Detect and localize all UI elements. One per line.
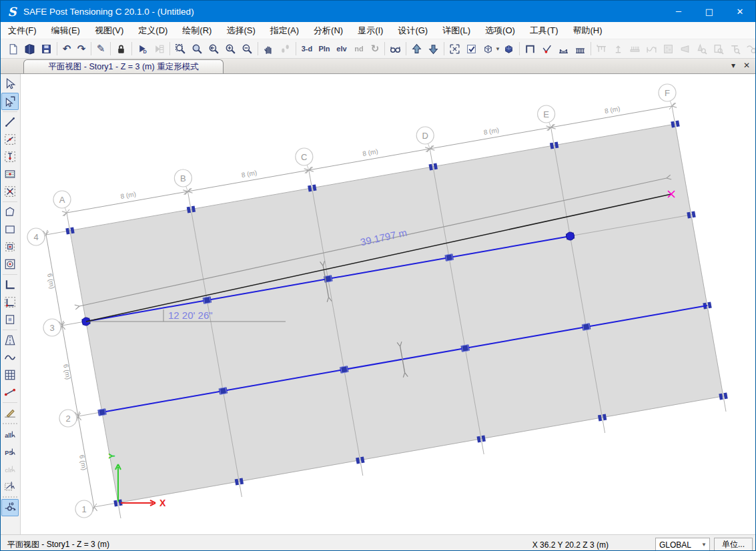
draw-panel-grid-icon[interactable] [1,366,19,384]
cone-view-icon[interactable] [693,41,710,57]
move-up-plane-icon[interactable] [408,41,425,57]
zoom-window-icon[interactable] [172,41,189,57]
pan-icon[interactable] [260,41,277,57]
view-elevation-button[interactable]: elv [333,41,350,57]
select-poly-icon[interactable] [1,478,19,495]
view-plan-button[interactable]: Pln [316,41,333,57]
menu-define[interactable]: 定义(D) [131,22,175,39]
point-load-icon[interactable] [610,41,627,57]
tendon-display-icon[interactable] [643,41,660,57]
minimize-button[interactable]: ─ [663,1,694,22]
menu-display[interactable]: 显示(I) [350,22,390,39]
draw-quick-beam-icon[interactable] [1,294,19,311]
menu-select[interactable]: 选择(S) [219,22,262,39]
clear-selection-button[interactable]: clr [1,460,19,478]
save-icon[interactable] [38,41,55,57]
menu-view[interactable]: 视图(V) [87,22,131,39]
select-ps-button[interactable]: PS [1,443,19,460]
tab-list-dropdown-icon[interactable]: ▾ [731,61,735,70]
tendon-point-marker[interactable] [99,409,105,416]
menu-assign[interactable]: 指定(A) [263,22,306,39]
frame-elevation-icon[interactable] [593,41,610,57]
draw-tendon-profile-icon[interactable] [555,41,572,57]
object-solid-view-icon[interactable] [500,41,517,57]
draw-ramp-icon[interactable] [1,404,19,422]
plan-view-drawing[interactable]: 8 (m)8 (m)8 (m)8 (m)8 (m)6 (m)6 (m)6 (m)… [21,74,755,534]
close-button[interactable]: ✕ [725,1,755,22]
cursor-coordinates: X 36.2 Y 20.2 Z 3 (m) [532,540,609,550]
units-button[interactable]: 单位... [714,538,753,551]
tendon-end-point[interactable] [566,232,575,240]
draw-polygon-area-icon[interactable] [1,203,19,221]
display-options-icon[interactable] [387,41,404,57]
new-file-icon[interactable] [5,41,21,57]
step-through-icon[interactable] [277,41,294,57]
wedge-display-icon[interactable] [677,41,693,57]
draw-tendon-wave-icon[interactable] [1,349,19,366]
draw-deck-icon[interactable] [1,165,19,183]
tendon-point-marker[interactable] [204,297,210,304]
area-display-icon[interactable] [660,41,677,57]
zoom-previous-icon[interactable] [206,41,222,57]
draw-null-line-icon[interactable] [1,183,19,200]
object-view-dropdown-icon[interactable]: ▼ [495,46,500,52]
menu-design[interactable]: 设计(G) [390,22,435,39]
tendon-point-marker[interactable] [220,388,226,394]
zoom-out-icon[interactable] [239,41,256,57]
run-analysis-icon[interactable]: D [134,41,151,57]
draw-road-icon[interactable] [1,332,19,349]
tendon-point-marker[interactable] [583,324,589,330]
draw-beam-icon[interactable] [1,276,19,294]
table-view-icon[interactable] [727,41,743,57]
snap-point-icon[interactable] [538,41,555,57]
select-all-button[interactable]: all [1,426,19,443]
section-cut-icon[interactable] [710,41,727,57]
draw-tendon-line-icon[interactable] [1,384,19,401]
zoom-full-icon[interactable] [189,41,206,57]
menu-detailing[interactable]: 详图(L) [435,22,478,39]
select-arrow-icon[interactable] [1,75,19,93]
menu-tools[interactable]: 工具(T) [522,22,566,39]
tendon-point-marker[interactable] [446,254,452,261]
menu-options[interactable]: 选项(O) [478,22,522,39]
view-nd-button[interactable]: nd [350,41,368,57]
view-3d-button[interactable]: 3-d [298,41,316,57]
object-view-cube-icon[interactable] [480,41,496,57]
zoom-in-icon[interactable] [222,41,239,57]
tendon-view-icon[interactable] [743,41,756,57]
draw-special-point-icon[interactable] [1,148,19,165]
tendon-point-marker[interactable] [462,345,468,352]
open-file-icon[interactable] [21,41,38,57]
strip-display-icon[interactable] [627,41,643,57]
active-view-tab[interactable]: 平面视图 - Story1 - Z = 3 (m) 重定形模式 [23,59,224,73]
draw-line-icon[interactable] [1,113,19,131]
menu-help[interactable]: 帮助(H) [565,22,609,39]
show-selection-icon[interactable] [463,41,480,57]
draw-special-line-icon[interactable] [1,131,19,148]
run-setup-icon[interactable] [151,41,167,57]
menu-edit[interactable]: 编辑(E) [44,22,87,39]
menu-draw[interactable]: 绘制(R) [175,22,219,39]
draw-strip-icon[interactable] [572,41,589,57]
redo-icon[interactable]: ↷ [74,41,89,57]
draw-opening-icon[interactable] [1,311,19,328]
menu-file[interactable]: 文件(F) [1,22,44,39]
menu-analyze[interactable]: 分析(N) [306,22,350,39]
tab-close-icon[interactable]: ✕ [743,61,750,70]
csys-dropdown[interactable]: GLOBAL▼ [655,538,710,551]
model-canvas[interactable]: 8 (m)8 (m)8 (m)8 (m)8 (m)6 (m)6 (m)6 (m)… [21,74,755,534]
tendon-point-marker[interactable] [341,366,348,373]
draw-rectangular-area-icon[interactable] [1,221,19,238]
maximize-button[interactable]: □ [694,1,725,22]
draw-circular-area-icon[interactable] [1,255,19,273]
lock-icon[interactable] [113,41,129,57]
draw-quick-area-icon[interactable] [1,238,19,255]
draw-frame-icon[interactable] [522,41,538,57]
snap-point-toggle-icon[interactable] [1,499,19,516]
edit-pen-icon[interactable]: ✎ [93,41,108,57]
shrink-objects-icon[interactable] [446,41,463,57]
reshape-object-icon[interactable] [1,93,19,110]
move-down-plane-icon[interactable] [425,41,442,57]
undo-icon[interactable]: ↶ [59,41,74,57]
rotate-view-icon[interactable]: ↻ [368,41,382,57]
